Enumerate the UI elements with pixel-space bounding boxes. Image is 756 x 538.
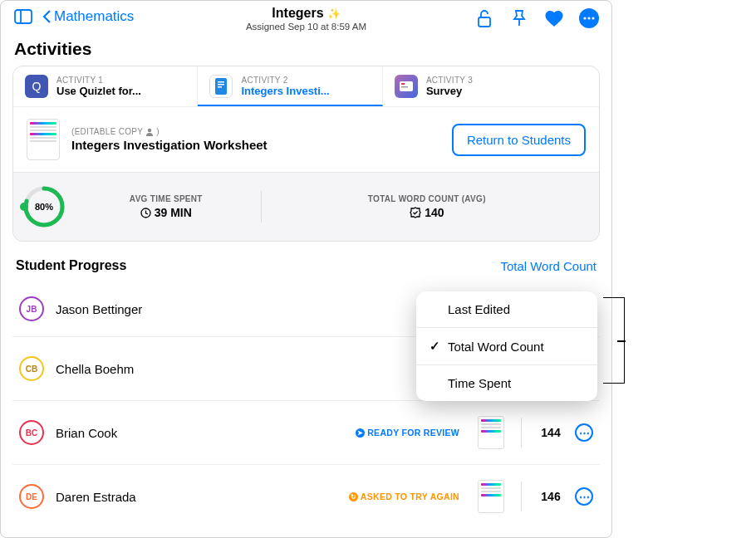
svg-point-5 <box>583 17 586 19</box>
row-more-button[interactable]: ⋯ <box>575 487 593 506</box>
avatar: DE <box>19 484 44 509</box>
tab-eyebrow: ACTIVITY 1 <box>56 76 141 85</box>
badge-icon <box>410 207 421 218</box>
back-button[interactable]: Mathematics <box>42 8 134 25</box>
svg-point-16 <box>148 128 151 131</box>
time-label: AVG TIME SPENT <box>71 194 261 203</box>
detail-title: Integers Investigation Worksheet <box>71 138 452 152</box>
heart-icon[interactable] <box>543 7 565 29</box>
progress-ring: 80% <box>22 184 66 229</box>
more-icon[interactable] <box>578 7 600 29</box>
unlock-icon[interactable] <box>474 7 495 29</box>
tab-eyebrow: ACTIVITY 3 <box>426 76 473 85</box>
time-value: 39 MIN <box>155 206 192 219</box>
avatar: CB <box>19 356 44 381</box>
editable-badge: (EDITABLE COPY ) <box>71 127 452 136</box>
status-badge: ➤ READY FOR REVIEW <box>356 428 459 438</box>
tab-activity-1[interactable]: Q ACTIVITY 1 Use Quizlet for... <box>13 66 198 106</box>
row-more-button[interactable]: ⋯ <box>575 423 593 442</box>
svg-point-7 <box>592 17 594 19</box>
tab-label: Integers Investi... <box>241 85 329 97</box>
avatar: BC <box>19 420 44 445</box>
count-value: 140 <box>425 206 444 219</box>
dropdown-option-time-spent[interactable]: Time Spent <box>416 365 597 401</box>
survey-icon <box>395 75 418 98</box>
svg-rect-0 <box>15 10 32 23</box>
status-badge: ↻ ASKED TO TRY AGAIN <box>349 492 459 501</box>
doc-icon <box>209 75 233 98</box>
word-count: 144 <box>538 426 563 439</box>
count-label: TOTAL WORD COUNT (AVG) <box>262 194 592 203</box>
svg-rect-10 <box>218 81 224 83</box>
svg-rect-12 <box>218 86 222 88</box>
page-title: Integers <box>272 6 323 21</box>
sidebar-toggle-icon[interactable] <box>12 7 34 26</box>
submission-thumb <box>478 480 504 513</box>
svg-rect-14 <box>401 83 405 85</box>
dropdown-option-last-edited[interactable]: Last Edited <box>416 291 597 328</box>
return-to-students-button[interactable]: Return to Students <box>452 124 586 156</box>
student-row[interactable]: DE Daren Estrada ↻ ASKED TO TRY AGAIN 14… <box>12 465 600 528</box>
svg-rect-2 <box>479 17 490 27</box>
tab-eyebrow: ACTIVITY 2 <box>241 76 329 85</box>
clock-icon <box>140 208 151 218</box>
section-header: Activities <box>1 32 611 66</box>
tab-activity-3[interactable]: ACTIVITY 3 Survey <box>383 66 599 106</box>
checkmark-icon: ✓ <box>430 339 441 354</box>
word-count: 146 <box>538 490 563 503</box>
student-name: Brian Cook <box>56 426 344 440</box>
tab-label: Survey <box>426 85 473 97</box>
sort-dropdown-link[interactable]: Total Word Count <box>500 259 596 273</box>
tab-activity-2[interactable]: ACTIVITY 2 Integers Investi... <box>198 66 382 106</box>
student-row[interactable]: BC Brian Cook ➤ READY FOR REVIEW 144 ⋯ <box>12 401 600 465</box>
progress-title: Student Progress <box>16 258 126 273</box>
svg-rect-15 <box>401 86 408 88</box>
sparkle-icon: ✨ <box>327 7 341 20</box>
avatar: JB <box>19 296 44 321</box>
page-subtitle: Assigned Sep 10 at 8:59 AM <box>246 22 366 32</box>
student-name: Chella Boehm <box>56 362 430 376</box>
sort-dropdown-menu: Last Edited ✓ Total Word Count Time Spen… <box>416 291 597 401</box>
tab-label: Use Quizlet for... <box>56 85 141 97</box>
svg-marker-20 <box>410 208 420 218</box>
quizlet-icon: Q <box>25 75 48 98</box>
submission-thumb <box>478 416 504 449</box>
back-label: Mathematics <box>54 8 134 25</box>
svg-point-6 <box>587 17 590 19</box>
dropdown-option-word-count[interactable]: ✓ Total Word Count <box>416 328 597 365</box>
svg-rect-11 <box>218 84 224 86</box>
callout-bracket <box>603 297 625 384</box>
pin-icon[interactable] <box>508 7 530 29</box>
student-name: Daren Estrada <box>56 490 337 504</box>
worksheet-thumb <box>27 119 60 160</box>
progress-percent: 80% <box>22 184 66 229</box>
